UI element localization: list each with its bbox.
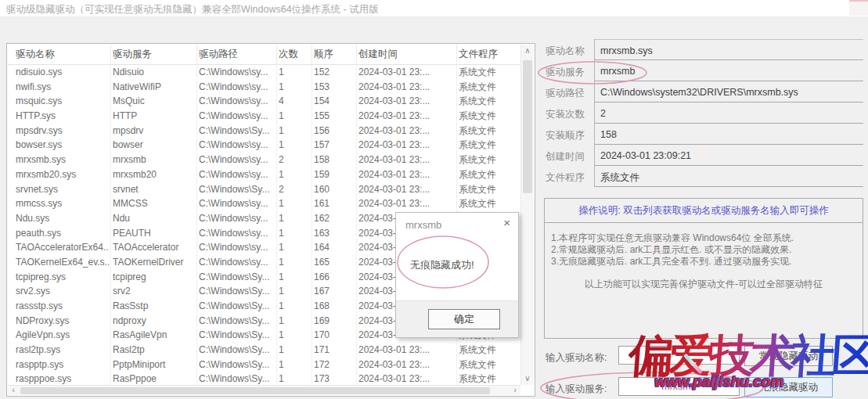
cell-name: bowser.sys: [8, 138, 111, 153]
cell-name: mrxsmb.sys: [8, 153, 111, 167]
vertical-scroll-thumb[interactable]: [523, 60, 532, 193]
cell-name: ndisuio.sys: [8, 65, 111, 80]
cell-count: 1: [277, 358, 312, 372]
table-row[interactable]: raspppoe.sysRasPppoeC:\Windows\Sy...1173…: [8, 372, 520, 385]
driver-service-input[interactable]: [618, 377, 740, 396]
cell-name: raspptp.sys: [8, 358, 111, 372]
cell-service: NativeWifiP: [111, 80, 197, 95]
cell-created: 2024-03-01 23:...: [357, 109, 457, 124]
cell-service: tcpipreg: [111, 270, 197, 285]
cell-order: 161: [312, 196, 357, 211]
close-button[interactable]: [849, 0, 868, 16]
detail-label: 驱动服务: [546, 60, 594, 81]
dialog-message: 无痕隐藏成功!: [410, 258, 474, 272]
cell-path: C:\Windows\sy...: [197, 65, 277, 80]
cell-created: 2024-03-01 23:...: [357, 138, 457, 153]
header-order[interactable]: 顺序: [312, 45, 357, 64]
table-row[interactable]: HTTP.sysHTTPC:\Windows\sy...11552024-03-…: [8, 109, 520, 124]
instruction-line: 1.本程序可实现任意无痕驱动兼容 Windows64位 全部系统.: [551, 232, 858, 244]
cell-path: C:\Windows\sy...: [197, 109, 277, 124]
cell-path: C:\Windows\sy...: [197, 240, 277, 255]
cell-order: 157: [312, 138, 357, 153]
traceless-hide-button[interactable]: 无痕隐藏驱动: [744, 377, 833, 397]
cell-path: C:\Windows\sy...: [197, 153, 277, 167]
cell-path: C:\Windows\Sy...: [197, 358, 277, 372]
table-row[interactable]: srvnet.syssrvnetC:\Windows\Sy...21602024…: [8, 182, 520, 197]
dialog-ok-button[interactable]: 确定: [428, 309, 500, 329]
cell-created: 2024-03-01 23:...: [357, 358, 457, 372]
cell-name: mmcss.sys: [8, 196, 111, 211]
cell-type: 系统文件: [457, 138, 504, 153]
table-row[interactable]: mrxsmb20.sysmrxsmb20C:\Windows\sy...1159…: [8, 167, 520, 182]
header-file-type[interactable]: 文件程序: [457, 45, 504, 64]
cell-order: 155: [312, 109, 357, 124]
vertical-scrollbar[interactable]: ∧ ∨: [520, 45, 534, 385]
header-created-time[interactable]: 创建时间: [357, 45, 457, 64]
cell-path: C:\Windows\sy...: [197, 226, 277, 241]
detail-label: 安装顺序: [546, 124, 594, 145]
cell-name: HTTP.sys: [8, 109, 111, 124]
header-count[interactable]: 次数: [277, 45, 312, 64]
dialog-close-icon[interactable]: ×: [503, 216, 510, 229]
cell-path: C:\Windows\sy...: [197, 211, 277, 226]
detail-label: 驱动路径: [546, 81, 594, 102]
horizontal-scrollbar[interactable]: ‹ ›: [8, 385, 520, 395]
cell-type: 系统文件: [457, 358, 504, 372]
scroll-left-icon[interactable]: ‹: [8, 386, 19, 395]
instruction-lines: 1.本程序可实现任意无痕驱动兼容 Windows64位 全部系统.2.常规隐藏驱…: [545, 223, 863, 268]
header-driver-path[interactable]: 驱动路径: [197, 45, 277, 64]
cell-name: peauth.sys: [8, 226, 111, 241]
driver-name-input[interactable]: [618, 346, 740, 365]
cell-service: mpsdrv: [111, 124, 197, 138]
detail-row: 驱动名称mrxsmb.sys: [546, 39, 863, 60]
window-title: 驱动级隐藏驱动（可实现任意驱动无痕隐藏）兼容全部Windows64位操作系统 -…: [6, 3, 379, 16]
cell-created: 2024-03-01 23:...: [357, 343, 457, 358]
cell-type: 系统文件: [457, 196, 504, 211]
cell-created: 2024-03-01 23:...: [357, 65, 457, 80]
cell-service: ndproxy: [111, 314, 197, 329]
cell-path: C:\Windows\sy...: [197, 138, 277, 153]
instruction-line: 2.常规隐藏驱动后. ark工具显示红色. 或不显示的隐藏效果.: [551, 244, 858, 256]
table-row[interactable]: bowser.sysbowserC:\Windows\sy...11572024…: [8, 138, 520, 153]
table-row[interactable]: nwifi.sysNativeWifiPC:\Windows\sy...1153…: [8, 80, 520, 95]
cell-order: 162: [312, 211, 357, 226]
scroll-up-icon[interactable]: ∧: [521, 45, 534, 57]
cell-path: C:\Windows\Sy...: [197, 372, 277, 385]
cell-count: 2: [277, 153, 312, 167]
cell-name: rasl2tp.sys: [8, 343, 111, 358]
detail-value: 2024-03-01 23:09:21: [594, 145, 863, 166]
instructions-footer: 以上功能可以实现完善保护驱动文件-可以过全部驱动特征: [545, 278, 863, 291]
table-row[interactable]: mmcss.sysMMCSSC:\Windows\sy...11612024-0…: [8, 196, 520, 211]
header-driver-name[interactable]: 驱动名称: [8, 45, 111, 64]
cell-count: 1: [277, 299, 312, 314]
details-fields: 驱动名称mrxsmb.sys驱动服务mrxsmb驱动路径C:\Windows\s…: [546, 39, 863, 187]
cell-name: raspppoe.sys: [8, 372, 111, 385]
cell-type: 系统文件: [457, 343, 504, 358]
cell-path: C:\Windows\sy...: [197, 196, 277, 211]
table-row[interactable]: mpsdrv.sysmpsdrvC:\Windows\Sy...11562024…: [8, 124, 520, 138]
table-row[interactable]: raspptp.sysPptpMiniportC:\Windows\Sy...1…: [8, 358, 520, 372]
cell-order: 158: [312, 153, 357, 167]
table-row[interactable]: rasl2tp.sysRasl2tpC:\Windows\Sy...117120…: [8, 343, 520, 358]
table-row[interactable]: ndisuio.sysNdisuioC:\Windows\sy...115220…: [8, 65, 520, 80]
cell-path: C:\Windows\Sy...: [197, 343, 277, 358]
cell-created: 2024-03-01 23:...: [357, 372, 457, 385]
cell-count: 1: [277, 138, 312, 153]
detail-value: 158: [594, 124, 863, 145]
cell-path: C:\Windows\Sy...: [197, 284, 277, 299]
table-row[interactable]: msquic.sysMsQuicC:\Windows\sy...41542024…: [8, 94, 520, 109]
instruction-line: 3.无痕隐藏驱动后. ark工具完全看不到. 通过驱动服务实现.: [551, 256, 858, 268]
regular-hide-button[interactable]: 常规隐藏驱动: [744, 346, 833, 366]
scroll-right-icon[interactable]: ›: [510, 386, 520, 395]
scroll-down-icon[interactable]: ∨: [521, 372, 534, 385]
header-driver-service[interactable]: 驱动服务: [111, 45, 197, 64]
horizontal-scroll-thumb[interactable]: [20, 387, 490, 394]
cell-created: 2024-03-01 23:...: [357, 153, 457, 167]
cell-name: srvnet.sys: [8, 182, 111, 197]
cell-count: 1: [277, 167, 312, 182]
table-row[interactable]: mrxsmb.sysmrxsmbC:\Windows\sy...21582024…: [8, 153, 520, 167]
cell-name: mrxsmb20.sys: [8, 167, 111, 182]
cell-count: 1: [277, 270, 312, 285]
cell-created: 2024-03-01 23:...: [357, 80, 457, 95]
cell-path: C:\Windows\Sy...: [197, 182, 277, 197]
